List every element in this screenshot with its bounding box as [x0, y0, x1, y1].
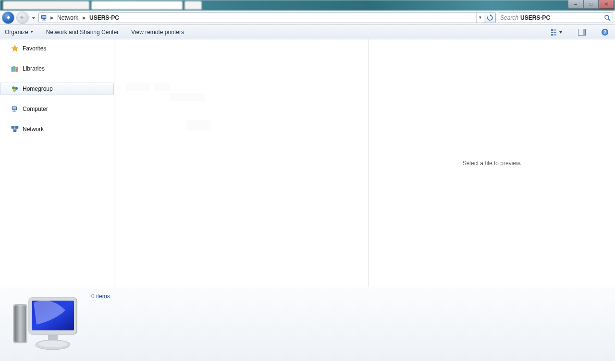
work-area: Favorites Libraries Homeg: [0, 39, 615, 287]
svg-rect-29: [15, 126, 18, 129]
browser-tab-active[interactable]: [91, 1, 183, 10]
address-dropdown[interactable]: ▼: [476, 13, 484, 23]
sidebar-item-label: Homegroup: [23, 85, 53, 92]
svg-rect-27: [12, 111, 16, 112]
window-maximize-button[interactable]: □: [583, 0, 599, 9]
forward-button[interactable]: [16, 12, 29, 24]
back-button[interactable]: [2, 12, 14, 24]
address-bar[interactable]: ▶ Network ▶ USERS-PC ▼: [38, 12, 484, 23]
browser-tab-new[interactable]: [184, 1, 202, 10]
navigation-bar: ▶ Network ▶ USERS-PC ▼ Search USERS-PC: [0, 11, 615, 25]
browser-tab-inactive[interactable]: [3, 1, 89, 10]
svg-rect-25: [12, 107, 16, 109]
refresh-button[interactable]: [484, 12, 496, 23]
view-options-button[interactable]: [550, 27, 564, 37]
svg-point-37: [38, 340, 67, 347]
recent-pages-dropdown[interactable]: [31, 12, 37, 24]
sidebar-item-label: Network: [23, 126, 44, 133]
svg-rect-7: [554, 29, 556, 30]
svg-rect-30: [13, 130, 16, 132]
svg-rect-17: [12, 67, 13, 72]
preview-empty-text: Select a file to preview.: [463, 160, 522, 167]
computer-icon: [39, 14, 49, 22]
svg-line-5: [608, 19, 610, 21]
help-button[interactable]: ?: [600, 27, 610, 37]
search-box[interactable]: Search USERS-PC: [498, 12, 613, 23]
breadcrumb-separator-icon: ▶: [82, 13, 87, 23]
ghost-block: [186, 120, 210, 131]
window-controls: – □ ✕: [568, 0, 614, 9]
network-sharing-center-label: Network and Sharing Center: [46, 29, 119, 36]
svg-rect-8: [551, 32, 553, 33]
window-minimize-button[interactable]: –: [568, 0, 583, 9]
svg-rect-28: [12, 126, 14, 129]
svg-point-23: [13, 89, 16, 92]
svg-rect-11: [554, 34, 556, 35]
chevron-down-icon: ▼: [30, 30, 34, 34]
sidebar-item-label: Computer: [23, 106, 48, 112]
view-remote-printers-label: View remote printers: [131, 29, 184, 36]
ghost-block: [170, 93, 205, 101]
svg-rect-32: [14, 305, 26, 342]
ghost-block: [154, 83, 170, 91]
svg-rect-2: [43, 19, 45, 20]
svg-rect-6: [551, 29, 553, 31]
organize-label: Organize: [5, 29, 28, 36]
details-pane: 0 items: [0, 287, 615, 361]
svg-rect-26: [13, 110, 15, 111]
navigation-pane: Favorites Libraries Homeg: [0, 39, 114, 287]
svg-rect-1: [42, 16, 46, 18]
ghost-block: [126, 83, 150, 91]
svg-rect-3: [42, 20, 46, 20]
sidebar-item-label: Favorites: [23, 45, 46, 52]
computer-icon: [11, 105, 19, 113]
star-icon: [11, 45, 19, 52]
file-list-area[interactable]: [114, 39, 369, 287]
preview-pane: Select a file to preview.: [369, 39, 615, 287]
svg-point-4: [605, 15, 609, 19]
browser-tabstrip: [0, 0, 615, 11]
details-item-count: 0 items: [91, 291, 110, 300]
search-icon: [604, 14, 611, 21]
view-remote-printers-button[interactable]: View remote printers: [131, 29, 184, 36]
svg-rect-13: [583, 29, 585, 35]
computer-large-icon: [8, 291, 80, 353]
sidebar-item-label: Libraries: [23, 65, 45, 72]
breadcrumb-separator-icon: ▶: [49, 13, 55, 23]
window-close-button[interactable]: ✕: [599, 0, 614, 9]
sidebar-item-favorites[interactable]: Favorites: [0, 42, 114, 55]
sidebar-item-computer[interactable]: Computer: [0, 103, 114, 115]
sidebar-item-libraries[interactable]: Libraries: [0, 62, 114, 75]
search-placeholder: Search: [500, 14, 518, 21]
svg-rect-18: [13, 66, 15, 72]
breadcrumb-users-pc[interactable]: USERS-PC: [87, 13, 123, 23]
sidebar-item-network[interactable]: Network: [0, 123, 114, 135]
preview-pane-toggle[interactable]: [577, 27, 587, 37]
svg-text:?: ?: [603, 30, 606, 35]
homegroup-icon: [11, 85, 19, 93]
svg-rect-9: [554, 32, 556, 33]
breadcrumb-network[interactable]: Network: [55, 13, 82, 23]
search-query: USERS-PC: [520, 14, 550, 21]
svg-rect-10: [551, 34, 553, 36]
network-icon: [11, 125, 19, 133]
libraries-icon: [11, 65, 19, 73]
network-sharing-center-button[interactable]: Network and Sharing Center: [46, 29, 119, 36]
organize-menu[interactable]: Organize ▼: [5, 29, 34, 36]
command-bar: Organize ▼ Network and Sharing Center Vi…: [0, 25, 615, 39]
sidebar-item-homegroup[interactable]: Homegroup: [0, 83, 114, 95]
